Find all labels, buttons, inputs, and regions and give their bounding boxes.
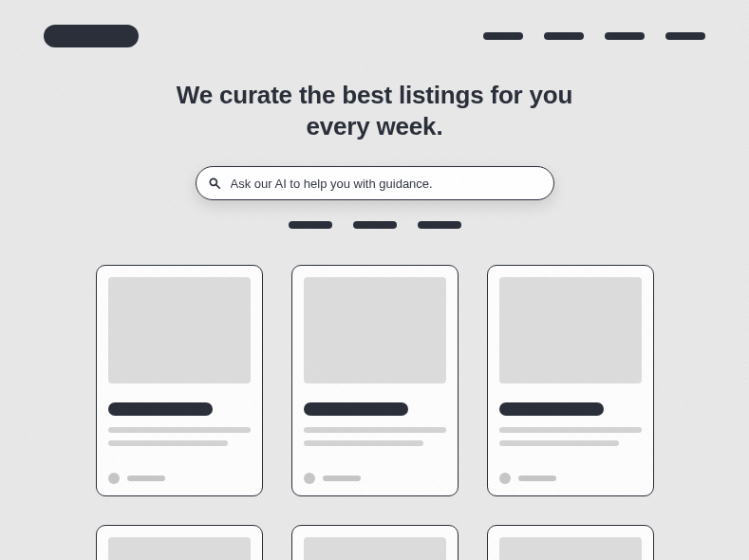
listing-grid	[0, 265, 749, 560]
listing-card[interactable]	[291, 265, 459, 496]
chip-3[interactable]: Chip 3	[418, 221, 461, 229]
listing-card[interactable]	[291, 525, 459, 560]
listing-card[interactable]	[487, 525, 654, 560]
nav-link-1[interactable]: Link 1	[483, 32, 523, 40]
card-image	[108, 277, 251, 383]
avatar-icon	[304, 473, 315, 484]
chip-1[interactable]: Chip 1	[289, 221, 332, 229]
card-title	[499, 402, 604, 416]
author-name	[127, 476, 165, 481]
card-image	[499, 537, 642, 560]
search-icon	[208, 177, 221, 190]
hero: We curate the best listings for you ever…	[0, 80, 749, 141]
card-image	[499, 277, 642, 383]
listing-card[interactable]	[96, 265, 263, 496]
card-image	[108, 537, 251, 560]
search-bar[interactable]	[196, 166, 554, 200]
card-text-line	[108, 427, 251, 433]
card-text-line	[304, 440, 423, 446]
card-text-line	[304, 427, 446, 433]
logo[interactable]: Logo	[44, 25, 139, 47]
avatar-icon	[499, 473, 511, 484]
chip-2[interactable]: Chip 2	[353, 221, 397, 229]
card-text-line	[108, 440, 228, 446]
search-wrap	[0, 166, 749, 200]
card-footer	[108, 473, 251, 484]
nav-link-2[interactable]: Link 2	[544, 32, 584, 40]
svg-line-1	[215, 185, 219, 189]
header: Logo Link 1 Link 2 Link 3 Link 4	[0, 0, 749, 47]
card-text-line	[499, 440, 619, 446]
card-footer	[499, 473, 642, 484]
card-text-line	[499, 427, 642, 433]
listing-card[interactable]	[487, 265, 654, 496]
avatar-icon	[108, 473, 120, 484]
card-title	[304, 402, 408, 416]
card-footer	[304, 473, 446, 484]
filter-chips: Chip 1 Chip 2 Chip 3	[0, 221, 749, 229]
card-image	[304, 537, 446, 560]
author-name	[518, 476, 556, 481]
search-input[interactable]	[231, 177, 542, 191]
listing-card[interactable]	[96, 525, 263, 560]
card-image	[304, 277, 446, 383]
nav-links: Link 1 Link 2 Link 3 Link 4	[483, 32, 705, 40]
nav-link-4[interactable]: Link 4	[665, 32, 705, 40]
nav-link-3[interactable]: Link 3	[605, 32, 645, 40]
author-name	[323, 476, 361, 481]
hero-title: We curate the best listings for you ever…	[171, 80, 579, 141]
card-title	[108, 402, 213, 416]
